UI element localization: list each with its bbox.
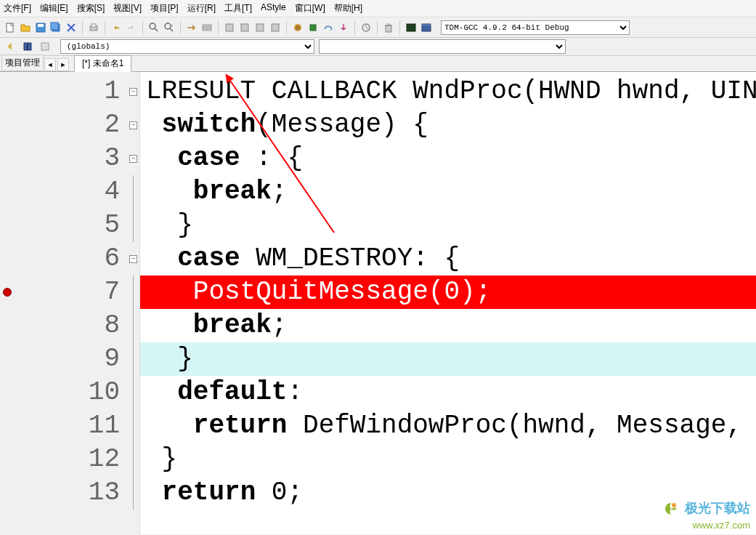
code-line[interactable]: default: xyxy=(140,376,756,409)
svg-point-8 xyxy=(165,23,171,29)
compile-run-icon[interactable] xyxy=(253,21,267,34)
separator xyxy=(180,20,181,35)
step-into-icon[interactable] xyxy=(337,21,350,34)
code-area[interactable]: LRESULT CALLBACK WndProc(HWND hwnd, UIN … xyxy=(140,72,756,534)
menu-project[interactable]: 项目[P] xyxy=(150,2,179,15)
fold-marker[interactable] xyxy=(127,376,139,409)
breakpoint-icon[interactable] xyxy=(3,288,12,297)
nav-back-icon[interactable] xyxy=(4,40,17,53)
code-line[interactable]: case : { xyxy=(140,142,756,175)
fold-marker[interactable]: − xyxy=(127,75,139,108)
print-icon[interactable] xyxy=(87,21,100,34)
menu-view[interactable]: 视图[V] xyxy=(113,2,142,15)
line-number: 9 xyxy=(0,342,127,376)
fold-marker[interactable]: − xyxy=(127,142,139,175)
separator xyxy=(354,20,355,35)
undo-icon[interactable] xyxy=(110,21,123,34)
code-line[interactable]: switch(Message) { xyxy=(140,108,756,142)
fold-marker[interactable] xyxy=(127,476,139,510)
fold-marker[interactable] xyxy=(127,175,139,209)
menu-bar: 文件[F] 编辑[E] 搜索[S] 视图[V] 项目[P] 运行[R] 工具[T… xyxy=(0,0,756,17)
code-line[interactable]: LRESULT CALLBACK WndProc(HWND hwnd, UIN xyxy=(140,75,756,108)
fold-marker[interactable] xyxy=(127,309,139,342)
svg-rect-10 xyxy=(226,24,233,31)
fold-marker[interactable] xyxy=(127,342,139,376)
new-file-icon[interactable] xyxy=(4,21,17,34)
tab-nav-prev[interactable]: ◄ xyxy=(44,58,56,71)
code-line[interactable]: PostQuitMessage(0); xyxy=(140,275,756,309)
code-line[interactable]: case WM_DESTROY: { xyxy=(140,242,756,275)
line-number: 12 xyxy=(0,443,127,476)
svg-rect-15 xyxy=(310,25,316,31)
code-line[interactable]: return DefWindowProc(hwnd, Message, xyxy=(140,409,756,443)
fold-column: −−−− xyxy=(127,72,140,534)
line-number: 6 xyxy=(0,242,127,275)
toolbar-secondary: (globals) xyxy=(0,38,756,56)
separator xyxy=(142,20,143,35)
open-file-icon[interactable] xyxy=(19,21,32,34)
debug-icon[interactable] xyxy=(291,21,304,34)
line-number: 2 xyxy=(0,108,127,142)
separator xyxy=(218,20,219,35)
fold-marker[interactable] xyxy=(127,443,139,476)
run-icon[interactable] xyxy=(238,21,251,34)
menu-help[interactable]: 帮助[H] xyxy=(334,2,362,15)
code-editor[interactable]: 12345678910111213 −−−− LRESULT CALLBACK … xyxy=(0,72,756,534)
code-line[interactable]: } xyxy=(140,443,756,476)
globals-select[interactable]: (globals) xyxy=(60,39,314,54)
code-line[interactable]: } xyxy=(140,209,756,242)
menu-window[interactable]: 窗口[W] xyxy=(295,2,325,15)
line-number: 1 xyxy=(0,75,127,108)
fold-marker[interactable] xyxy=(127,209,139,242)
menu-edit[interactable]: 编辑[E] xyxy=(40,2,68,15)
code-line[interactable]: break; xyxy=(140,309,756,342)
line-number: 5 xyxy=(0,209,127,242)
class-browser-icon[interactable] xyxy=(38,40,52,53)
line-number: 8 xyxy=(0,309,127,342)
menu-file[interactable]: 文件[F] xyxy=(4,2,31,15)
file-tab[interactable]: [*] 未命名1 xyxy=(74,55,131,72)
save-all-icon[interactable] xyxy=(49,21,62,34)
line-number: 11 xyxy=(0,409,127,443)
separator xyxy=(377,20,378,35)
code-line[interactable]: return 0; xyxy=(140,476,756,510)
save-icon[interactable] xyxy=(34,21,47,34)
bookmark-icon[interactable] xyxy=(200,21,214,34)
menu-run[interactable]: 运行[R] xyxy=(187,2,216,15)
code-line[interactable]: break; xyxy=(140,175,756,209)
svg-rect-11 xyxy=(241,24,248,31)
line-number: 7 xyxy=(0,275,127,309)
fold-marker[interactable] xyxy=(127,275,139,309)
menu-tools[interactable]: 工具[T] xyxy=(224,2,252,15)
delete-icon[interactable] xyxy=(382,21,395,34)
members-select[interactable] xyxy=(319,39,566,54)
replace-icon[interactable] xyxy=(163,21,176,34)
fold-marker[interactable]: − xyxy=(127,242,139,275)
toolbar-main: TDM-GCC 4.9.2 64-bit Debug xyxy=(0,17,756,38)
code-line[interactable]: } xyxy=(140,342,756,376)
redo-icon[interactable] xyxy=(125,21,138,34)
book-icon[interactable] xyxy=(21,40,34,53)
line-number: 3 xyxy=(0,142,127,175)
fold-marker[interactable] xyxy=(127,409,139,443)
compiler-select[interactable]: TDM-GCC 4.9.2 64-bit Debug xyxy=(441,20,630,35)
close-icon[interactable] xyxy=(65,21,78,34)
rebuild-icon[interactable] xyxy=(269,21,282,34)
profile-icon[interactable] xyxy=(359,21,373,34)
find-icon[interactable] xyxy=(147,21,160,34)
separator xyxy=(286,20,287,35)
line-number: 4 xyxy=(0,175,127,209)
menu-search[interactable]: 搜索[S] xyxy=(77,2,105,15)
fold-marker[interactable]: − xyxy=(127,108,139,142)
stop-icon[interactable] xyxy=(306,21,320,34)
compile-icon[interactable] xyxy=(223,21,236,34)
step-over-icon[interactable] xyxy=(322,21,335,34)
svg-point-7 xyxy=(150,23,155,29)
tab-nav-next[interactable]: ► xyxy=(57,58,69,71)
menu-astyle[interactable]: AStyle xyxy=(261,2,286,15)
svg-rect-20 xyxy=(422,24,431,26)
terminal-icon[interactable] xyxy=(405,21,418,34)
window-icon[interactable] xyxy=(420,21,433,34)
project-panel-label[interactable]: 项目管理 xyxy=(1,55,44,71)
goto-icon[interactable] xyxy=(185,21,198,34)
